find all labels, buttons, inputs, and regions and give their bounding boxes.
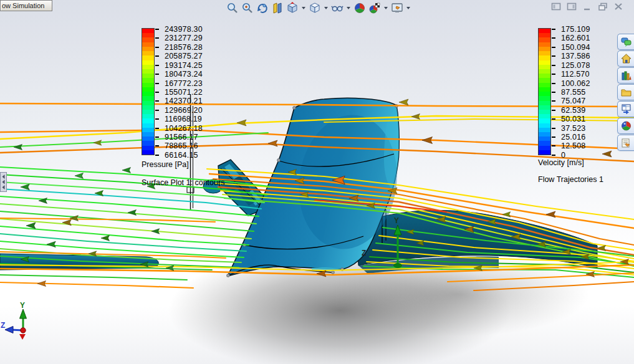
scale-tick-row: 129669.20 [155, 106, 203, 115]
velocity-scale-title: Velocity [m/s] [538, 158, 584, 167]
view-toolbar [226, 1, 411, 16]
tab-design-library[interactable] [617, 67, 634, 84]
design-library-icon [621, 70, 632, 80]
edit-appearance-icon[interactable] [390, 1, 404, 15]
scale-tick-row: 205875.27 [155, 52, 203, 60]
hide-show-items-dropdown[interactable] [347, 7, 350, 9]
corner-triad: Y Z [1, 301, 27, 340]
zoom-in-out-icon[interactable] [226, 1, 239, 15]
view-orientation-icon[interactable] [286, 1, 299, 15]
scale-tick-row: 142370.21 [155, 97, 203, 105]
tab-flow-simulation[interactable]: ow Simulation [0, 0, 52, 11]
scale-tick-row: 180473.24 [155, 70, 203, 79]
tab-custom-properties[interactable] [617, 135, 634, 151]
comments-icon [621, 37, 632, 47]
home-icon [621, 54, 632, 64]
apply-scene-icon[interactable] [353, 1, 367, 15]
scale-tick-row: 137.586 [552, 52, 590, 60]
scale-tick-row: 62.539 [552, 106, 590, 115]
scale-tick-row: 50.031 [552, 115, 590, 123]
scale-tick-row: 162.601 [552, 34, 590, 42]
pressure-scale-title: Pressure [Pa] [142, 160, 189, 169]
tab-view-palette[interactable] [617, 101, 634, 117]
tab-home[interactable] [617, 50, 634, 67]
zoom-to-area-icon[interactable] [241, 1, 254, 15]
restore-button[interactable] [598, 2, 608, 11]
pressure-scale-labels: 243978.30231277.29218576.28205875.271931… [155, 25, 203, 160]
display-style-dropdown[interactable] [324, 7, 328, 9]
corner-triad-y-label: Y [20, 301, 25, 310]
scale-tick-row: 100.062 [552, 79, 590, 88]
view-settings-icon[interactable] [368, 1, 382, 15]
section-view-icon[interactable] [271, 1, 284, 15]
scale-tick-row: 75.047 [552, 97, 590, 105]
scale-tick-row: 66164.15 [155, 151, 203, 160]
view-palette-icon [621, 104, 632, 114]
tab-appearances-scenes[interactable] [617, 118, 634, 134]
view-orientation-dropdown[interactable] [302, 7, 305, 9]
scale-tick-row: 175.109 [552, 25, 590, 34]
velocity-colorbar [538, 28, 551, 155]
scale-tick-row: 112.570 [552, 70, 590, 79]
edit-appearance-dropdown[interactable] [406, 7, 410, 9]
view-settings-dropdown[interactable] [384, 7, 388, 9]
velocity-scale-labels: 175.109162.601150.094137.586125.078112.5… [552, 25, 590, 160]
window-controls [551, 2, 623, 11]
scale-tick-row: 243978.30 [155, 25, 203, 34]
scale-tick-row: 78865.16 [155, 141, 203, 150]
collapse-right-pane-button[interactable] [567, 2, 577, 11]
appearances-sphere-icon [621, 121, 632, 131]
scale-tick-row: 193174.25 [155, 61, 203, 70]
scale-tick-row: 37.523 [552, 124, 590, 133]
scale-tick-row: 231277.29 [155, 34, 203, 42]
scale-tick-row: 167772.23 [155, 79, 203, 88]
scale-tick-row: 87.555 [552, 88, 590, 97]
scale-tick-row: 218576.28 [155, 43, 203, 52]
scene-triad-y-label: Y [394, 216, 399, 225]
display-style-icon[interactable] [308, 1, 322, 15]
scene-triad-z-label: Z [362, 249, 366, 257]
custom-properties-icon [621, 138, 632, 148]
pressure-colorbar [142, 28, 155, 155]
scale-tick-row: 116968.19 [155, 115, 203, 123]
collapse-left-pane-button[interactable] [551, 2, 561, 11]
rotate-view-icon[interactable] [256, 1, 269, 15]
hide-show-items-icon[interactable] [330, 1, 344, 15]
tab-file-explorer[interactable] [617, 84, 634, 100]
scale-tick-row: 150.094 [552, 43, 590, 52]
close-button[interactable] [613, 2, 623, 11]
minimize-button[interactable] [582, 2, 592, 11]
corner-triad-z-label: Z [1, 321, 5, 330]
tab-solidworks-resources[interactable] [617, 34, 634, 50]
task-pane [617, 34, 634, 151]
tab-flow-simulation-label: ow Simulation [2, 2, 44, 9]
scale-tick-row: 12.508 [552, 141, 590, 150]
folder-icon [621, 87, 632, 97]
velocity-scale-subtitle: Flow Trajectories 1 [538, 175, 603, 184]
scale-tick-row: 125.078 [552, 61, 590, 70]
scale-tick-row: 104267.18 [155, 124, 203, 133]
pane-splitter[interactable] [0, 172, 7, 192]
scale-tick-row: 25.016 [552, 133, 590, 141]
scale-tick-row: 155071.22 [155, 88, 203, 97]
collapse-arrows-icon [1, 174, 6, 190]
flow-simulation-window: Y Z Y Z ow Simulation [0, 0, 634, 364]
pressure-scale-subtitle: Surface Plot 1: contours [142, 178, 224, 187]
scale-tick-row: 91566.17 [155, 133, 203, 141]
